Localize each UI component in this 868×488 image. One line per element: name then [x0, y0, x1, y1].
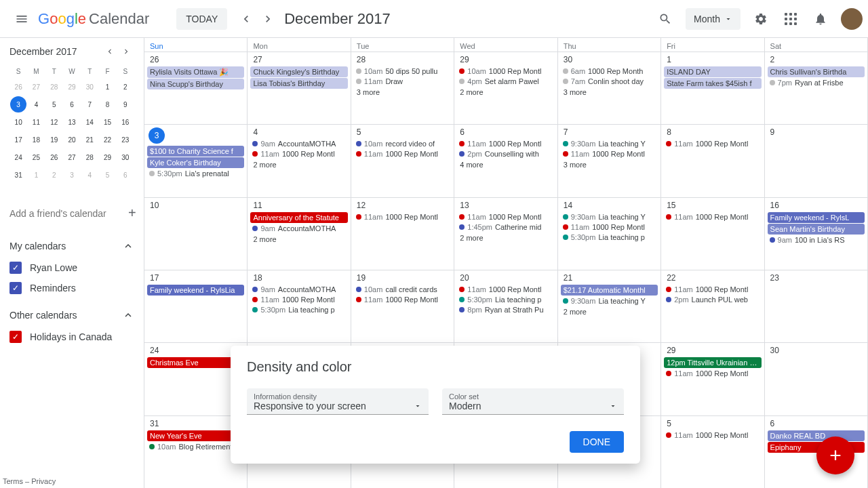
day-cell[interactable]: 2Chris Sullivan's Birthda7pmRyan at Fris…: [765, 52, 868, 124]
day-cell[interactable]: 2912pm Tittsville Ukrainian Xmas11am1000…: [661, 343, 764, 415]
event-item[interactable]: 9amAccountaMOTHA: [250, 285, 347, 294]
mini-day[interactable]: 26: [46, 149, 62, 165]
mini-day[interactable]: 15: [100, 114, 116, 130]
calendar-item[interactable]: ✓ Ryan Lowe: [0, 258, 144, 278]
checkbox-icon[interactable]: ✓: [9, 331, 22, 343]
mini-day[interactable]: 17: [10, 131, 26, 148]
event-item[interactable]: 11am1000 Rep Montl: [250, 149, 347, 159]
event-item[interactable]: 2pmCounselling with: [457, 149, 554, 159]
event-item[interactable]: 11am1000 Rep Montl: [664, 212, 761, 222]
event-item[interactable]: 5:30pmLia teaching p: [457, 295, 554, 304]
event-item[interactable]: 11am1000 Rep Montl: [561, 149, 658, 159]
day-cell[interactable]: 2211am1000 Rep Montl2pmLaunch PUL web: [661, 270, 764, 342]
mini-day[interactable]: 3: [64, 167, 80, 183]
day-cell[interactable]: 26Rylisla Visits Ottawa 🎉Nina Scupp's Bi…: [144, 52, 248, 124]
mini-day[interactable]: 19: [46, 131, 62, 148]
event-item[interactable]: 9:30amLia teaching Y: [561, 212, 658, 222]
day-cell[interactable]: 9: [765, 125, 868, 197]
mini-day[interactable]: 23: [117, 131, 134, 148]
event-chip[interactable]: Family weekend - RylsL: [768, 212, 865, 223]
event-chip[interactable]: ISLAND DAY: [664, 66, 761, 77]
mini-day[interactable]: 1: [28, 167, 44, 183]
search-icon[interactable]: [652, 5, 679, 33]
mini-day[interactable]: 4: [81, 167, 98, 183]
mini-day[interactable]: 27: [64, 149, 80, 165]
day-cell[interactable]: 79:30amLia teaching Y11am1000 Rep Montl3…: [558, 125, 661, 197]
day-cell[interactable]: 27Chuck Kingsley's BirthdayLisa Tobias's…: [248, 52, 351, 124]
event-chip[interactable]: Danko REAL BD: [768, 430, 865, 441]
settings-icon[interactable]: [747, 5, 774, 33]
footer-links[interactable]: Terms – Privacy: [3, 477, 56, 485]
mini-day[interactable]: 30: [117, 149, 134, 165]
day-cell[interactable]: 3$100 to Charity Science fKyle Coker's B…: [144, 125, 248, 197]
event-item[interactable]: 1:45pmCatherine mid: [457, 222, 554, 232]
day-cell[interactable]: 1910amcall credit cards11am1000 Rep Mont…: [351, 270, 454, 342]
day-cell[interactable]: 11Anniversary of the Statute9amAccountaM…: [248, 198, 351, 270]
day-cell[interactable]: 10: [144, 198, 248, 270]
event-item[interactable]: 11am1000 Rep Montl: [664, 285, 761, 294]
more-events[interactable]: 3 more: [353, 87, 452, 98]
event-item[interactable]: 5:30pmLia's prenatal: [147, 169, 244, 178]
mini-day[interactable]: 27: [28, 79, 44, 95]
mini-day[interactable]: 3: [10, 96, 26, 113]
more-events[interactable]: 2 more: [456, 87, 555, 98]
mini-day[interactable]: 28: [81, 149, 98, 165]
event-chip[interactable]: Sean Martin's Birthday: [768, 224, 865, 235]
mini-day[interactable]: 4: [28, 96, 44, 113]
mini-day[interactable]: 13: [64, 114, 80, 130]
more-events[interactable]: 2 more: [249, 159, 349, 170]
mini-day[interactable]: 2: [117, 79, 134, 95]
event-chip[interactable]: 12pm Tittsville Ukrainian Xmas: [664, 357, 761, 368]
apps-icon[interactable]: [777, 5, 804, 33]
day-cell[interactable]: 1511am1000 Rep Montl: [661, 198, 764, 270]
day-cell[interactable]: 2011am1000 Rep Montl5:30pmLia teaching p…: [454, 270, 557, 342]
event-item[interactable]: 11am1000 Rep Montl: [664, 430, 761, 440]
event-item[interactable]: 9am100 in Lia's RS: [768, 235, 865, 245]
more-events[interactable]: 4 more: [456, 159, 555, 170]
mini-day[interactable]: 22: [100, 131, 116, 148]
event-item[interactable]: 5:30pmLia teaching p: [250, 305, 347, 314]
event-item[interactable]: 7pmRyan at Frisbe: [768, 78, 865, 87]
day-cell[interactable]: 49amAccountaMOTHA11am1000 Rep Montl2 mor…: [248, 125, 351, 197]
checkbox-icon[interactable]: ✓: [9, 282, 22, 294]
event-item[interactable]: 11am1000 Rep Montl: [354, 149, 451, 159]
mini-day[interactable]: 29: [64, 79, 80, 95]
mini-day[interactable]: 14: [81, 114, 98, 130]
event-item[interactable]: 9amAccountaMOTHA: [250, 139, 347, 148]
day-cell[interactable]: 189amAccountaMOTHA11am1000 Rep Montl5:30…: [248, 270, 351, 342]
event-item[interactable]: 7amConlin shoot day: [561, 77, 658, 86]
event-chip[interactable]: State Farm takes $45ish f: [664, 78, 761, 89]
event-item[interactable]: 10amrecord video of: [354, 139, 451, 148]
event-item[interactable]: 10am1000 Rep Montl: [457, 66, 554, 76]
day-cell[interactable]: 23: [765, 270, 868, 342]
mini-day[interactable]: 25: [28, 149, 44, 165]
color-field[interactable]: Color set Modern: [442, 388, 624, 415]
avatar[interactable]: [841, 8, 863, 30]
day-cell[interactable]: 21$21.17 Automatic Monthl9:30amLia teach…: [558, 270, 661, 342]
event-chip[interactable]: Nina Scupp's Birthday: [147, 79, 244, 89]
mini-day[interactable]: 7: [81, 96, 98, 113]
event-item[interactable]: 11am1000 Rep Montl: [457, 139, 554, 148]
add-calendar-input[interactable]: [9, 208, 128, 219]
event-chip[interactable]: $100 to Charity Science f: [147, 146, 244, 157]
event-item[interactable]: 10am50 dips 50 pullu: [354, 66, 451, 76]
mini-day[interactable]: 8: [100, 96, 116, 113]
event-item[interactable]: 11am1000 Rep Montl: [457, 285, 554, 294]
done-button[interactable]: DONE: [570, 431, 624, 453]
mini-day[interactable]: 1: [100, 79, 116, 95]
day-cell[interactable]: 511am1000 Rep Montl: [661, 416, 764, 488]
day-cell[interactable]: 1311am1000 Rep Montl1:45pmCatherine mid2…: [454, 198, 557, 270]
more-events[interactable]: 3 more: [559, 159, 659, 170]
event-chip[interactable]: Chris Sullivan's Birthda: [768, 66, 865, 77]
mini-prev-icon[interactable]: [102, 43, 118, 60]
day-cell[interactable]: 2910am1000 Rep Montl4pmSet alarm Pawel2 …: [454, 52, 557, 124]
calendar-item[interactable]: ✓ Reminders: [0, 278, 144, 298]
mini-day[interactable]: 6: [64, 96, 80, 113]
event-item[interactable]: 9:30amLia teaching Y: [561, 139, 658, 148]
mini-day[interactable]: 10: [10, 114, 26, 130]
event-chip[interactable]: $21.17 Automatic Monthl: [561, 285, 658, 296]
more-events[interactable]: 2 more: [456, 232, 555, 243]
logo[interactable]: Google Calendar: [38, 10, 149, 28]
mini-day[interactable]: 18: [28, 131, 44, 148]
day-cell[interactable]: 17Family weekend - RylsLia: [144, 270, 248, 342]
